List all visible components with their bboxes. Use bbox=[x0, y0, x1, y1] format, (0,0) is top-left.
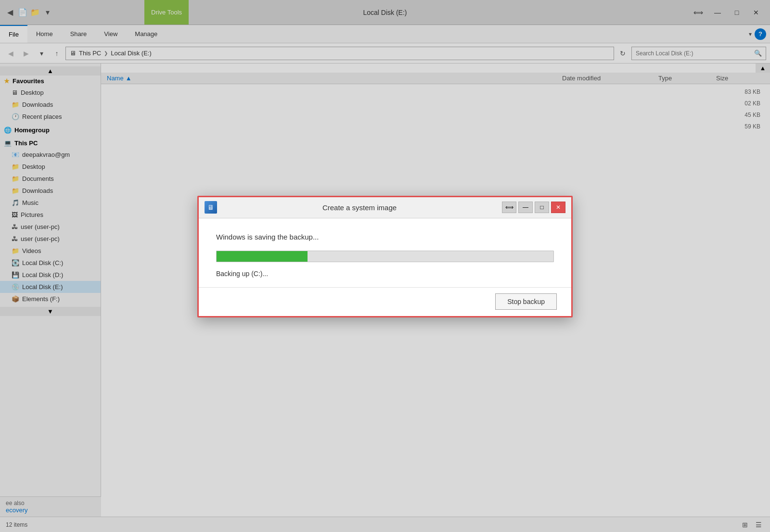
modal-close-button[interactable]: ✕ bbox=[551, 202, 565, 213]
backup-status-text: Backing up (C:)... bbox=[216, 270, 554, 278]
modal-title: Create a system image bbox=[222, 203, 497, 212]
progress-container bbox=[216, 251, 554, 262]
modal-resize-button[interactable]: ⟺ bbox=[502, 202, 516, 213]
modal-title-bar: 🖥 Create a system image ⟺ — □ ✕ bbox=[199, 197, 571, 218]
modal-body: Windows is saving the backup... Backing … bbox=[199, 218, 571, 287]
stop-backup-button[interactable]: Stop backup bbox=[495, 293, 557, 310]
modal-overlay: 🖥 Create a system image ⟺ — □ ✕ Windows … bbox=[0, 0, 770, 532]
modal-minimize-button[interactable]: — bbox=[518, 202, 533, 213]
progress-bar bbox=[217, 251, 308, 262]
modal-footer: Stop backup bbox=[199, 287, 571, 316]
modal-controls: ⟺ — □ ✕ bbox=[502, 202, 565, 213]
modal-create-system-image: 🖥 Create a system image ⟺ — □ ✕ Windows … bbox=[197, 196, 573, 317]
modal-status-text: Windows is saving the backup... bbox=[216, 233, 554, 241]
modal-maximize-button[interactable]: □ bbox=[535, 202, 549, 213]
modal-app-icon: 🖥 bbox=[205, 201, 217, 214]
